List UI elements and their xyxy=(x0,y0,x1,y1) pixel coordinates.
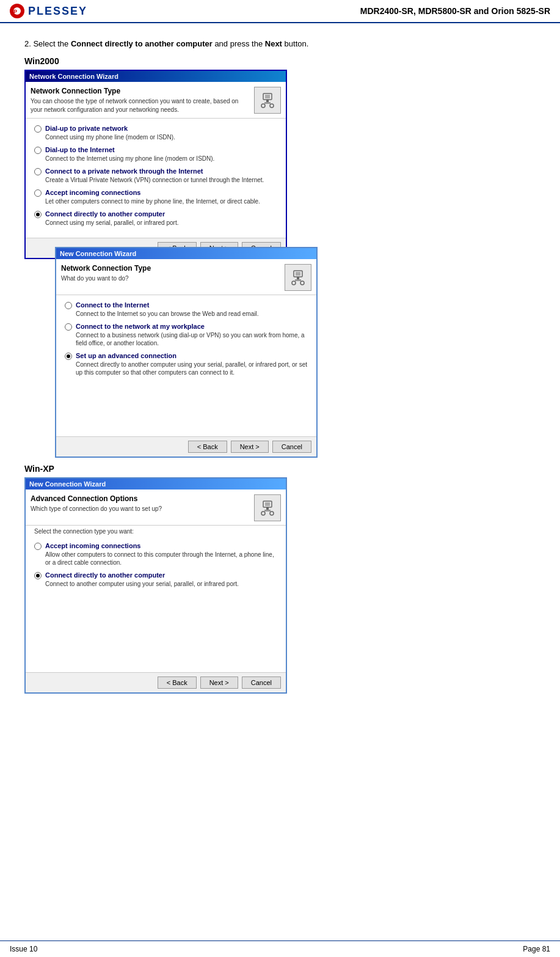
svg-rect-15 xyxy=(265,502,270,506)
footer-issue: Issue 10 xyxy=(10,945,37,953)
svg-rect-4 xyxy=(266,100,269,102)
radio-1[interactable] xyxy=(34,147,42,154)
option-desc-3: Let other computers connect to mine by p… xyxy=(45,197,277,205)
dialog2-buttons: < Back Next > Cancel xyxy=(56,436,316,457)
dialog1-title: Network Connection Wizard xyxy=(29,73,118,80)
svg-rect-5 xyxy=(264,102,271,104)
dialog3-back-button[interactable]: < Back xyxy=(158,676,197,689)
network-icon-3 xyxy=(258,499,277,517)
win2000-label: Win2000 xyxy=(24,56,536,66)
instruction-bold: Connect directly to another computer xyxy=(71,39,213,48)
dialog2-cancel-button[interactable]: Cancel xyxy=(272,441,311,453)
dialog3-title: New Connection Wizard xyxy=(29,480,106,488)
radio2-2[interactable] xyxy=(65,353,72,360)
dialog2-header: Network Connection Type What do you want… xyxy=(56,259,316,295)
dialog2-option-1: Connect to the network at my workplace C… xyxy=(65,323,308,347)
logo-area: P PLESSEY xyxy=(10,4,87,18)
dialog1-option-4: Connect directly to another computer Con… xyxy=(34,210,277,227)
dialog2-spacer xyxy=(56,387,316,436)
dialog1-option-3: Accept incoming connections Let other co… xyxy=(34,189,277,205)
svg-point-18 xyxy=(261,512,265,515)
option2-label-2: Set up an advanced connection xyxy=(76,352,176,359)
svg-rect-3 xyxy=(265,95,270,98)
dialog3-header-text: Advanced Connection Options Which type o… xyxy=(31,494,249,513)
footer-page: Page 81 xyxy=(523,945,550,953)
dialog1-header-text: Network Connection Type You can choose t… xyxy=(31,87,249,114)
option-desc-1: Connect to the Internet using my phone l… xyxy=(45,155,277,163)
svg-point-12 xyxy=(292,281,296,285)
radio2-0[interactable] xyxy=(65,302,72,309)
dialog1-body: Network Connection Type You can choose t… xyxy=(26,82,286,258)
option-label-3: Accept incoming connections xyxy=(45,189,140,196)
dialog1-option-2: Connect to a private network through the… xyxy=(34,167,277,184)
option-label-4: Connect directly to another computer xyxy=(45,210,165,218)
option-label-1: Dial-up to the Internet xyxy=(45,146,115,153)
dialog2-titlebar: New Connection Wizard xyxy=(56,248,316,259)
header-title: MDR2400-SR, MDR5800-SR and Orion 5825-SR xyxy=(360,6,550,16)
svg-rect-16 xyxy=(266,507,269,510)
winxp-label: Win-XP xyxy=(24,464,536,474)
dialog-winxp-2: New Connection Wizard Network Connection… xyxy=(55,247,318,458)
instruction-end: button. xyxy=(282,39,308,48)
dialog3-select-text: Select the connection type you want: xyxy=(26,526,286,536)
option3-label-1: Connect directly to another computer xyxy=(45,571,165,579)
svg-point-6 xyxy=(261,104,265,108)
radio-0[interactable] xyxy=(34,125,42,133)
radio-4[interactable] xyxy=(34,211,42,218)
radio2-1[interactable] xyxy=(65,323,72,331)
dialog1-options: Dial-up to private network Connect using… xyxy=(26,119,286,238)
logo-text: PLESSEY xyxy=(28,5,87,18)
dialog3-next-button[interactable]: Next > xyxy=(200,676,238,689)
dialog3-option-0: Accept incoming connections Allow other … xyxy=(34,542,277,566)
radio3-0[interactable] xyxy=(34,543,42,550)
dialog1-option-0: Dial-up to private network Connect using… xyxy=(34,125,277,141)
radio-3[interactable] xyxy=(34,189,42,197)
page-header: P PLESSEY MDR2400-SR, MDR5800-SR and Ori… xyxy=(0,0,560,23)
svg-rect-11 xyxy=(295,279,301,281)
dialog1-icon xyxy=(254,87,281,114)
dialog2-option-2: Set up an advanced connection Connect di… xyxy=(65,352,308,376)
option2-label-1: Connect to the network at my workplace xyxy=(76,323,205,330)
dialog2-header-subtitle: What do you want to do? xyxy=(61,274,280,283)
option-desc-2: Create a Virtual Private Network (VPN) c… xyxy=(45,176,277,184)
dialog1-option-1: Dial-up to the Internet Connect to the I… xyxy=(34,146,277,163)
svg-rect-10 xyxy=(297,277,299,279)
dialog2-header-title: Network Connection Type xyxy=(61,264,280,273)
dialog2-options: Connect to the Internet Connect to the I… xyxy=(56,295,316,387)
dialog2-overlap: New Connection Wizard Network Connection… xyxy=(55,247,536,458)
option2-desc-0: Connect to the Internet so you can brows… xyxy=(76,310,308,318)
dialog2-icon xyxy=(285,264,311,291)
winxp-section: Win-XP New Connection Wizard Advanced Co… xyxy=(24,464,536,694)
svg-point-13 xyxy=(300,281,304,285)
page-footer: Issue 10 Page 81 xyxy=(0,941,560,957)
dialog3-options: Accept incoming connections Allow other … xyxy=(26,536,286,599)
svg-rect-9 xyxy=(296,272,300,276)
option-label-2: Connect to a private network through the… xyxy=(45,167,203,175)
dialog1-titlebar: Network Connection Wizard xyxy=(26,71,286,82)
radio3-1[interactable] xyxy=(34,572,42,579)
dialog3-buttons: < Back Next > Cancel xyxy=(26,672,286,692)
instruction-text: 2. Select the Connect directly to anothe… xyxy=(24,38,536,50)
dialog3-header-title: Advanced Connection Options xyxy=(31,494,249,503)
option3-label-0: Accept incoming connections xyxy=(45,542,140,549)
dialog3-body: Advanced Connection Options Which type o… xyxy=(26,490,286,692)
network-icon-2 xyxy=(289,268,307,287)
dialog3-cancel-button[interactable]: Cancel xyxy=(242,676,281,689)
dialog-win2000-wrapper: Network Connection Wizard Network Connec… xyxy=(24,70,536,458)
dialog1-header-subtitle: You can choose the type of network conne… xyxy=(31,97,249,114)
svg-point-19 xyxy=(270,512,274,515)
main-content: 2. Select the Connect directly to anothe… xyxy=(0,23,560,730)
dialog3-spacer xyxy=(26,599,286,672)
dialog-win2000: Network Connection Wizard Network Connec… xyxy=(24,70,287,259)
option3-desc-1: Connect to another computer using your s… xyxy=(45,580,277,588)
dialog1-header-title: Network Connection Type xyxy=(31,87,249,95)
radio-2[interactable] xyxy=(34,168,42,175)
dialog2-next-button[interactable]: Next > xyxy=(231,441,269,453)
dialog2-body: Network Connection Type What do you want… xyxy=(56,259,316,457)
dialog2-back-button[interactable]: < Back xyxy=(188,441,227,453)
dialog3-option-1: Connect directly to another computer Con… xyxy=(34,571,277,588)
option-desc-0: Connect using my phone line (modem or IS… xyxy=(45,133,277,141)
option-label-0: Dial-up to private network xyxy=(45,125,128,132)
dialog3-titlebar: New Connection Wizard xyxy=(26,479,286,490)
dialog2-option-0: Connect to the Internet Connect to the I… xyxy=(65,301,308,318)
